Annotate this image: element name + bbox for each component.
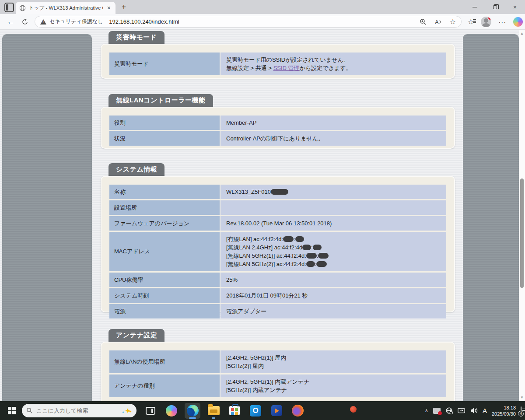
ssid-management-link[interactable]: SSID 管理 xyxy=(273,65,300,71)
section-header-wlan-controller: 無線LANコントローラー機能 xyxy=(108,94,213,107)
redaction-blob xyxy=(295,236,304,242)
table-row: 名称 WLX313_Z5F010 xyxy=(109,185,446,199)
address-bar[interactable]: セキュリティ保護なし 192.168.100.240/index.html A … xyxy=(35,16,462,28)
search-input[interactable] xyxy=(36,407,122,414)
row-label: 状況 xyxy=(109,131,220,146)
read-aloud-icon[interactable]: A xyxy=(434,18,442,25)
table-row: 電源 電源アダプター xyxy=(109,304,446,318)
back-icon[interactable]: ← xyxy=(7,18,14,26)
redaction-blob xyxy=(318,253,329,259)
table-row: 設置場所 xyxy=(109,200,446,215)
row-value: Member-AP xyxy=(220,116,446,130)
table-row: 状況 Controller-APの制御下にありません。 xyxy=(109,131,446,146)
browser-navbar: ← セキュリティ保護なし 192.168.100.240/index.html … xyxy=(0,14,525,30)
clock-date: 2025/09/30 xyxy=(492,411,516,417)
profile-avatar[interactable] xyxy=(481,17,491,27)
panel-disaster-mode: 災害時モード 災害時モード用のSSIDが設定されていません。 無線設定 > 共通… xyxy=(101,44,455,79)
refresh-icon[interactable] xyxy=(21,18,28,25)
page-left-column xyxy=(2,34,92,401)
security-label: セキュリティ保護なし xyxy=(49,18,103,25)
section-header-disaster-mode: 災害時モード xyxy=(108,31,164,44)
hidden-icons-chevron-icon[interactable]: ∧ xyxy=(425,408,428,413)
taskbar-search[interactable]: ✦✦✦ xyxy=(22,404,136,417)
scroll-up-icon[interactable]: ▲ xyxy=(519,32,525,35)
panel-wlan-controller: 役割 Member-AP 状況 Controller-APの制御下にありません。 xyxy=(101,107,455,149)
task-view-button[interactable] xyxy=(143,403,158,419)
favorites-hub-icon[interactable]: ☆ xyxy=(468,18,474,26)
row-label: MACアドレス xyxy=(109,232,220,271)
window-controls: × xyxy=(465,0,525,14)
minimize-button[interactable] xyxy=(465,0,485,14)
taskbar-firefox-button[interactable] xyxy=(290,403,305,419)
speaker-icon[interactable] xyxy=(470,407,478,414)
redaction-blob xyxy=(313,245,322,250)
redaction-blob xyxy=(316,261,327,267)
favorite-star-icon[interactable]: ☆ xyxy=(450,18,456,26)
notification-count-badge: 4 xyxy=(518,411,524,416)
start-button[interactable] xyxy=(5,404,18,417)
taskbar-file-explorer-button[interactable] xyxy=(206,403,221,419)
table-row: 役割 Member-AP xyxy=(109,116,446,130)
microsoft-store-icon xyxy=(229,406,240,415)
tray-security-icon[interactable] xyxy=(433,408,441,414)
clock-time: 18:18 xyxy=(492,405,516,411)
tab-actions-menu-icon[interactable] xyxy=(4,3,14,12)
row-value: [2.4GHz, 5GHz(1)] 屋内 [5GHz(2)] 屋内 xyxy=(220,350,446,373)
taskbar-edge-button[interactable] xyxy=(185,403,200,419)
open-app-indicator xyxy=(212,417,215,419)
panel-system-info: 名称 WLX313_Z5F010 設置場所 ファームウェアのバージョン Rev.… xyxy=(101,176,455,312)
restore-button[interactable] xyxy=(485,0,505,14)
row-value: Rev.18.00.02 (Tue Mar 06 13:50:01 2018) xyxy=(220,216,446,231)
row-value: 電源アダプター xyxy=(220,304,446,318)
tab-close-icon[interactable]: × xyxy=(106,4,112,11)
settings-menu-icon[interactable]: ··· xyxy=(498,18,506,25)
row-value: [有線LAN] ac:44:f2:4d:: [無線LAN 2.4GHz] ac:… xyxy=(220,232,446,271)
ime-mode-indicator[interactable]: A xyxy=(483,407,487,414)
row-value: 災害時モード用のSSIDが設定されていません。 無線設定 > 共通 > SSID… xyxy=(220,52,446,75)
profile-notification-dot xyxy=(488,17,491,20)
system-tray: ∧ A 18:18 2025/09/30 4 xyxy=(425,401,522,420)
taskbar-copilot-button[interactable] xyxy=(164,403,179,419)
url-text[interactable]: 192.168.100.240/index.html xyxy=(109,18,419,25)
task-view-icon xyxy=(146,407,155,415)
new-tab-button[interactable]: + xyxy=(122,3,126,11)
table-row: MACアドレス [有線LAN] ac:44:f2:4d:: [無線LAN 2.4… xyxy=(109,232,446,271)
redaction-blob xyxy=(283,236,294,242)
browser-titlebar: トップ - WLX313 Administrative Co × + × xyxy=(0,0,525,14)
panel-antenna-settings: 無線LANの使用場所 [2.4GHz, 5GHz(1)] 屋内 [5GHz(2)… xyxy=(101,342,455,401)
search-highlights-icon[interactable]: ✦✦✦ xyxy=(122,406,132,416)
scroll-down-icon[interactable]: ▼ xyxy=(519,396,525,399)
section-header-antenna-settings: アンテナ設定 xyxy=(108,329,164,342)
taskbar-media-player-button[interactable] xyxy=(269,403,284,419)
copilot-icon[interactable] xyxy=(513,17,523,27)
network-globe-icon[interactable] xyxy=(445,407,453,414)
scrollbar-thumb[interactable] xyxy=(520,178,524,288)
close-button[interactable]: × xyxy=(505,0,525,14)
redaction-blob xyxy=(306,253,317,259)
row-label: アンテナの種別 xyxy=(109,374,220,397)
tab-title: トップ - WLX313 Administrative Co xyxy=(29,5,103,11)
row-value: 25% xyxy=(220,273,446,287)
row-label: 電源 xyxy=(109,304,220,318)
svg-text:A: A xyxy=(435,19,439,25)
section-header-system-info: システム情報 xyxy=(108,163,164,176)
browser-scrollbar[interactable]: ▲ ▼ xyxy=(519,30,525,401)
taskbar-store-button[interactable] xyxy=(227,403,242,419)
notification-center-button[interactable]: 4 xyxy=(521,407,522,415)
globe-favicon-icon xyxy=(19,5,26,11)
row-label: 名称 xyxy=(109,185,220,199)
row-label: 設置場所 xyxy=(109,200,220,215)
taskbar-clock[interactable]: 18:18 2025/09/30 xyxy=(492,405,516,417)
browser-tab[interactable]: トップ - WLX313 Administrative Co × xyxy=(16,2,116,14)
redaction-blob xyxy=(302,245,311,250)
zoom-icon[interactable] xyxy=(420,18,427,25)
row-value: WLX313_Z5F010 xyxy=(220,185,446,199)
row-label: 役割 xyxy=(109,116,220,130)
row-label: CPU稼働率 xyxy=(109,273,220,287)
page-right-column xyxy=(463,34,519,401)
file-explorer-icon xyxy=(208,406,220,415)
windows-logo-icon xyxy=(8,407,16,415)
cast-screen-icon[interactable] xyxy=(458,407,465,414)
row-label: 災害時モード xyxy=(109,52,220,75)
taskbar-outlook-button[interactable]: O xyxy=(248,403,263,419)
